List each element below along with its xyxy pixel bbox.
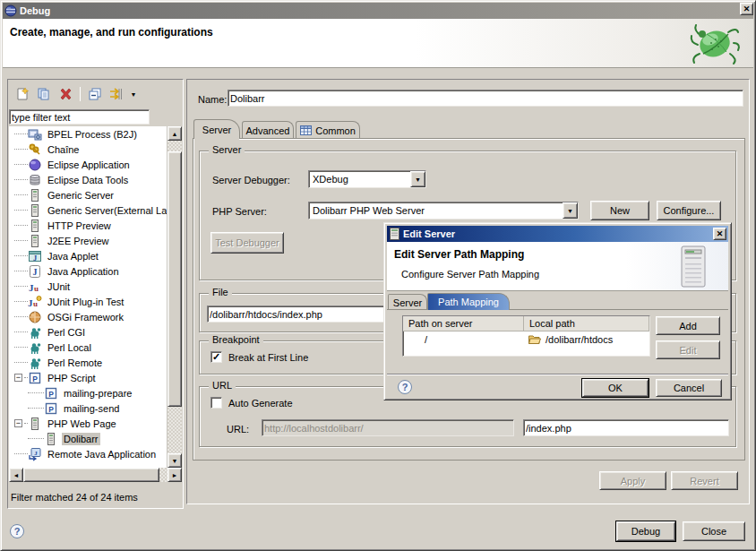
php-server-combo[interactable]: Dolibarr PHP Web Server ▼ xyxy=(308,202,579,220)
tree-item-mailing-prepare[interactable]: Pmailing-prepare xyxy=(9,385,167,400)
tree-connector xyxy=(14,347,28,348)
tree-item-junit-plug-in-test[interactable]: JuJUnit Plug-in Test xyxy=(9,294,167,309)
tree-item-dolibarr[interactable]: Dolibarr xyxy=(9,431,167,446)
tab-advanced[interactable]: Advanced xyxy=(242,121,294,139)
tree-item-mailing-send[interactable]: Pmailing-send xyxy=(9,400,167,416)
tree-vscroll-thumb[interactable] xyxy=(168,151,182,407)
window-titlebar[interactable]: Debug xyxy=(3,3,753,19)
close-button[interactable]: Close xyxy=(683,521,745,541)
path-mapping-row[interactable]: //dolibarr/htdocs xyxy=(403,331,649,347)
filter-config-icon[interactable] xyxy=(107,85,125,103)
collapse-all-icon[interactable] xyxy=(86,85,104,103)
edit-server-titlebar[interactable]: Edit Server xyxy=(387,226,728,242)
url-group-title: URL xyxy=(209,380,236,391)
tree-expander-icon[interactable]: − xyxy=(14,374,22,382)
dialog-banner: Create, manage, and run configurations xyxy=(3,19,753,68)
scroll-left-icon[interactable]: ◄ xyxy=(9,468,23,482)
debug-button[interactable]: Debug xyxy=(616,521,675,541)
edit-mapping-button-label: Edit xyxy=(680,345,697,356)
configurations-panel: ▼ BPEL Process (B2J)ChaîneEclipse Applic… xyxy=(7,79,184,509)
column-local-path[interactable]: Local path xyxy=(524,316,649,331)
configure-server-button[interactable]: Configure... xyxy=(657,201,721,220)
tree-item-perl-cgi[interactable]: Perl CGI xyxy=(9,324,167,340)
test-debugger-button[interactable]: Test Debugger xyxy=(210,232,284,254)
scroll-up-icon[interactable]: ▲ xyxy=(168,126,182,141)
tree-connector xyxy=(14,240,28,241)
column-path-on-server[interactable]: Path on server xyxy=(403,316,524,331)
revert-button[interactable]: Revert xyxy=(671,471,738,490)
tree-item-junit[interactable]: JuJUnit xyxy=(9,279,167,294)
filter-input[interactable] xyxy=(9,109,150,125)
url-path-input-field[interactable] xyxy=(526,421,726,435)
path-mapping-table[interactable]: Path on server Local path //dolibarr/htd… xyxy=(402,315,650,357)
ok-button-label: OK xyxy=(608,383,623,393)
tree-item-label: Eclipse Data Tools xyxy=(46,174,130,186)
svg-text:J: J xyxy=(33,267,38,277)
ok-button[interactable]: OK xyxy=(582,379,649,397)
tree-item-java-application[interactable]: JJava Application xyxy=(9,263,167,279)
tab-server[interactable]: Server xyxy=(193,119,240,139)
edit-server-title: Edit Server xyxy=(403,228,455,239)
path-mapping-table-header[interactable]: Path on server Local path xyxy=(403,316,649,331)
tree-item-php-script[interactable]: −PPHP Script xyxy=(9,370,167,385)
cancel-button[interactable]: Cancel xyxy=(656,379,722,397)
tree-item-label: Perl Local xyxy=(46,341,93,354)
delete-config-icon[interactable] xyxy=(56,85,74,103)
combo-arrow-icon[interactable]: ▼ xyxy=(410,171,425,187)
test-debugger-button-label: Test Debugger xyxy=(215,237,279,248)
tree-item-generic-server-external-la[interactable]: Generic Server(External La xyxy=(9,202,167,218)
tree-item-java-applet[interactable]: JJava Applet xyxy=(9,248,167,263)
tree-item-label: J2EE Preview xyxy=(46,235,110,247)
tree-item-http-preview[interactable]: HTTP Preview xyxy=(9,218,167,233)
tab-common[interactable]: Common xyxy=(296,121,360,139)
tree-item-osgi-framework[interactable]: OSGi Framework xyxy=(9,309,167,324)
junit-icon: Ju xyxy=(28,280,42,294)
open-folder-icon xyxy=(528,332,542,347)
help-icon[interactable]: ? xyxy=(10,524,24,538)
tree-hscroll-thumb[interactable] xyxy=(23,468,159,482)
edit-mapping-button[interactable]: Edit xyxy=(656,340,720,359)
apply-button[interactable]: Apply xyxy=(599,471,666,490)
tree-item-remote-java-application[interactable]: JRemote Java Application xyxy=(9,446,167,461)
tree-item-perl-local[interactable]: Perl Local xyxy=(9,340,167,355)
svg-text:P: P xyxy=(48,389,54,398)
duplicate-config-icon[interactable] xyxy=(35,85,53,103)
break-first-line-checkbox[interactable]: ✓ xyxy=(210,351,222,363)
edit-server-help-icon[interactable]: ? xyxy=(398,380,412,394)
edit-server-tab-path-mapping[interactable]: Path Mapping xyxy=(427,293,510,310)
tree-item-perl-remote[interactable]: Perl Remote xyxy=(9,355,167,370)
tree-connector xyxy=(14,453,28,454)
toolbar-separator xyxy=(80,87,81,101)
tree-item-eclipse-application[interactable]: Eclipse Application xyxy=(9,157,167,172)
configure-server-button-label: Configure... xyxy=(664,205,715,216)
tree-item-php-web-page[interactable]: −PHP Web Page xyxy=(9,416,167,431)
new-server-button[interactable]: New xyxy=(590,201,649,220)
tree-expander-icon[interactable]: − xyxy=(14,419,22,427)
configurations-tree[interactable]: BPEL Process (B2J)ChaîneEclipse Applicat… xyxy=(9,126,168,468)
new-config-icon[interactable] xyxy=(13,85,31,103)
tree-item-label: Java Application xyxy=(46,265,121,278)
close-edit-server-button[interactable]: ✕ xyxy=(713,228,726,240)
tree-item-j2ee-preview[interactable]: J2EE Preview xyxy=(9,233,167,248)
name-input-field[interactable] xyxy=(230,91,741,105)
add-mapping-button[interactable]: Add xyxy=(656,316,720,335)
filter-input-field[interactable] xyxy=(12,111,147,123)
server-debugger-combo[interactable]: XDebug ▼ xyxy=(308,170,426,188)
tree-item-generic-server[interactable]: Generic Server xyxy=(9,187,167,202)
cancel-button-label: Cancel xyxy=(674,383,704,393)
url-path-input[interactable] xyxy=(523,419,729,436)
java-applet-icon: J xyxy=(28,249,42,263)
combo-arrow-icon[interactable]: ▼ xyxy=(563,202,578,219)
tree-item-label: OSGi Framework xyxy=(46,311,125,323)
close-window-button[interactable]: ✕ xyxy=(740,3,753,15)
scroll-down-icon[interactable]: ▼ xyxy=(168,453,182,468)
tree-item-eclipse-data-tools[interactable]: Eclipse Data Tools xyxy=(9,172,167,187)
tree-item-bpel-process-b2j[interactable]: BPEL Process (B2J) xyxy=(9,126,167,142)
name-input[interactable] xyxy=(228,90,743,107)
auto-generate-checkbox[interactable] xyxy=(210,397,222,409)
dropdown-arrow-icon[interactable]: ▼ xyxy=(129,85,138,103)
tree-item-cha-ne[interactable]: Chaîne xyxy=(9,142,167,157)
edit-server-tab-server[interactable]: Server xyxy=(388,294,427,310)
scroll-right-icon[interactable]: ► xyxy=(168,468,182,482)
tree-connector xyxy=(14,301,28,302)
